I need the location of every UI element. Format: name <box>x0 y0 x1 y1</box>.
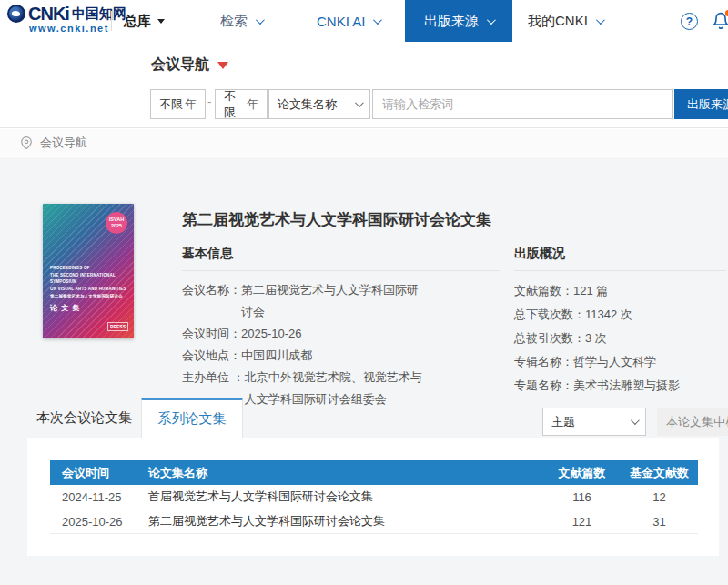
tab-current-proceedings[interactable]: 本次会议论文集 <box>27 398 141 438</box>
isvah-badge: ISVAH 2025 <box>106 212 127 234</box>
info-label: 专辑名称： <box>514 350 573 374</box>
table-header-row: 会议时间 论文集名称 文献篇数 基金文献数 <box>50 460 698 485</box>
tab-label: 系列论文集 <box>158 410 227 428</box>
caret-down-icon <box>157 19 165 24</box>
info-label: 专题名称： <box>514 374 573 398</box>
basic-info-section: 基本信息 会议名称： 第二届视觉艺术与人文学科国际研讨会 会议时间： 2025-… <box>182 246 500 410</box>
cnki-logo[interactable]: CNKi 中国知网 www.cnki.net <box>7 5 126 34</box>
help-icon[interactable]: ? <box>681 13 698 30</box>
col-header-name: 论文集名称 <box>148 465 543 481</box>
divider <box>111 11 112 31</box>
tab-label: 本次会议论文集 <box>36 409 132 427</box>
year-unit-label: 年 <box>185 96 197 113</box>
band-title-label: 会议导航 <box>151 55 209 75</box>
nav-label: CNKI AI <box>317 14 365 29</box>
topic-filter-select[interactable]: 主题 <box>542 408 646 436</box>
chevron-down-icon <box>631 416 640 425</box>
cover-text-block: PROCEEDINGS OF THE SECOND INTERNATIONAL … <box>50 265 134 315</box>
year-unit-label: 年 <box>247 96 258 113</box>
info-row-doc-count: 文献篇数： 121 篇 <box>514 279 726 303</box>
cell-docs: 121 <box>543 515 621 529</box>
col-header-fund: 基金文献数 <box>621 465 698 481</box>
chevron-down-icon <box>355 98 364 107</box>
info-value: 北京中外视觉艺术院、视觉艺术与人文学科国际研讨会组委会 <box>245 367 430 410</box>
year-from-select[interactable]: 不限 年 <box>150 89 206 119</box>
search-band: 会议导航 不限 年 - 不限 年 论文集名称 出版来源 <box>0 42 728 128</box>
breadcrumb-label[interactable]: 会议导航 <box>40 135 87 151</box>
info-label: 会议时间： <box>182 323 241 345</box>
info-row-citation-count: 总被引次数： 3 次 <box>514 327 726 350</box>
badge-line: 2025 <box>111 223 122 229</box>
chevron-down-icon <box>596 15 605 25</box>
info-value: 3 次 <box>585 327 726 350</box>
info-row-album-name: 专辑名称： 哲学与人文科学 <box>514 350 726 374</box>
cover-text-line: THE SECOND INTERNATIONAL SYMPOSIUM <box>50 272 134 286</box>
logo-cn-name: 中国知网 <box>72 7 126 21</box>
badge-line: ISVAH <box>109 217 124 223</box>
topic-select-value: 主题 <box>551 414 575 430</box>
help-glyph: ? <box>686 15 693 28</box>
cover-title: 论 文 集 <box>50 302 134 315</box>
search-field-select[interactable]: 论文集名称 <box>268 89 370 119</box>
tab-series-proceedings[interactable]: 系列论文集 <box>141 398 243 438</box>
field-select-value: 论文集名称 <box>278 96 337 113</box>
info-value: 121 篇 <box>573 279 726 303</box>
cover-text-line: PROCEEDINGS OF <box>50 265 134 272</box>
red-triangle-down-icon <box>217 62 228 69</box>
col-header-date: 会议时间 <box>50 465 148 481</box>
keyword-input[interactable] <box>372 89 673 119</box>
cell-fund: 12 <box>621 490 698 504</box>
press-mark: PRESS <box>107 322 128 331</box>
year-from-value: 不限 <box>159 96 183 113</box>
nav-item-search[interactable]: 检索 <box>220 0 262 42</box>
nav-label: 检索 <box>220 13 248 30</box>
nav-item-cnki-ai[interactable]: CNKI AI <box>317 0 379 42</box>
info-value: 哲学与人文科学 <box>573 350 726 374</box>
proceedings-tabs: 本次会议论文集 系列论文集 <box>27 398 243 438</box>
nav-label: 总库 <box>124 13 151 30</box>
year-range-dash: - <box>207 95 211 108</box>
year-to-select[interactable]: 不限 年 <box>215 89 268 119</box>
cell-date: 2024-11-25 <box>50 490 148 504</box>
cnki-globe-icon <box>7 5 25 23</box>
chevron-down-icon <box>373 15 382 25</box>
info-label: 会议地点： <box>182 345 241 367</box>
cell-fund: 31 <box>621 515 698 529</box>
conference-nav-dropdown[interactable]: 会议导航 <box>151 55 228 75</box>
chevron-down-icon <box>256 15 265 25</box>
info-value: 第二届视觉艺术与人文学科国际研讨会 <box>241 279 430 323</box>
series-panel: 会议时间 论文集名称 文献篇数 基金文献数 2024-11-25 首届视觉艺术与… <box>27 438 719 556</box>
info-value: 美术书法雕塑与摄影 <box>573 374 726 398</box>
table-row[interactable]: 2025-10-26 第二届视觉艺术与人文学科国际研讨会论文集 121 31 <box>50 509 698 534</box>
series-table: 会议时间 论文集名称 文献篇数 基金文献数 2024-11-25 首届视觉艺术与… <box>50 460 698 534</box>
info-row-download-count: 总下载次数： 11342 次 <box>514 303 726 327</box>
cell-docs: 116 <box>543 490 621 504</box>
table-row[interactable]: 2024-11-25 首届视觉艺术与人文学科国际研讨会论文集 116 12 <box>50 485 698 509</box>
proceedings-cover-image: ISVAH 2025 PROCEEDINGS OF THE SECOND INT… <box>43 204 134 338</box>
nav-label: 出版来源 <box>424 13 479 30</box>
nav-item-publish-source[interactable]: 出版来源 <box>405 0 512 42</box>
top-navbar: CNKi 中国知网 www.cnki.net 总库 检索 CNKI AI 出版来… <box>0 0 728 42</box>
publish-source-search-button[interactable]: 出版来源 <box>674 89 728 119</box>
cover-text-line: ON VISUAL ARTS AND HUMANITIES <box>50 286 134 293</box>
info-label: 文献篇数： <box>514 279 573 303</box>
main-content: ISVAH 2025 PROCEEDINGS OF THE SECOND INT… <box>0 157 728 585</box>
info-row-conference-date: 会议时间： 2025-10-26 <box>182 323 430 345</box>
submit-label: 出版来源 <box>687 96 728 113</box>
logo-mark: CNKi <box>28 5 69 23</box>
info-label: 会议名称： <box>182 279 241 323</box>
info-value: 2025-10-26 <box>241 323 430 345</box>
in-proceedings-search-input[interactable] <box>657 408 728 436</box>
year-to-value: 不限 <box>224 88 247 121</box>
notification-bell-icon[interactable] <box>712 12 728 30</box>
cell-proceedings-link[interactable]: 第二届视觉艺术与人文学科国际研讨会论文集 <box>148 513 543 530</box>
chevron-down-icon <box>487 15 496 25</box>
cell-date: 2025-10-26 <box>50 515 148 529</box>
info-value: 11342 次 <box>585 303 726 327</box>
nav-item-zongku[interactable]: 总库 <box>124 0 165 42</box>
cell-proceedings-link[interactable]: 首届视觉艺术与人文学科国际研讨会论文集 <box>148 489 543 505</box>
info-row-topic-name: 专题名称： 美术书法雕塑与摄影 <box>514 374 726 398</box>
publication-overview-section: 出版概况 文献篇数： 121 篇 总下载次数： 11342 次 总被引次数： 3… <box>514 246 726 398</box>
nav-label: 我的CNKI <box>528 13 588 30</box>
nav-item-my-cnki[interactable]: 我的CNKI <box>528 0 602 42</box>
